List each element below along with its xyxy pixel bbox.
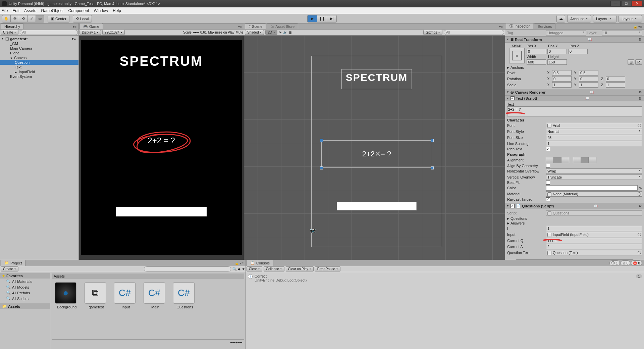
align-geometry-checkbox[interactable] xyxy=(546,164,550,168)
panel-menu-icon[interactable]: ▾≡ xyxy=(236,24,244,29)
hierarchy-tab[interactable]: Hierarchy xyxy=(1,23,24,29)
asset-store-tab[interactable]: 🛍 Asset Store xyxy=(267,23,298,29)
help-icon[interactable]: 📖 xyxy=(584,97,590,100)
collapse-toggle[interactable]: Collapse xyxy=(264,266,284,271)
services-tab[interactable]: Services xyxy=(534,23,555,29)
scene-search-input[interactable] xyxy=(444,30,504,35)
thumbnail-size-slider[interactable]: ━━●━━ xyxy=(230,340,242,345)
rotate-tool-button[interactable]: ⟲ xyxy=(19,15,28,22)
color-swatch[interactable] xyxy=(546,185,638,191)
rot-y-input[interactable] xyxy=(579,76,598,82)
raw-button[interactable]: R xyxy=(635,59,642,65)
questions-script-header[interactable]: ▼ ✓ 📄 Questions (Script) 📖 ⚙ xyxy=(505,203,644,209)
filter-label-icon[interactable]: ★ xyxy=(242,267,245,271)
console-log-row[interactable]: i Correct UnityEngine.Debug:Log(Object) … xyxy=(247,273,643,283)
help-icon[interactable]: 📖 xyxy=(593,204,599,208)
hierarchy-item-text[interactable]: Text xyxy=(0,65,78,69)
questions-array-foldout[interactable]: Quesitons xyxy=(511,216,548,220)
font-size-input[interactable] xyxy=(546,135,642,140)
h-align-group[interactable] xyxy=(546,157,569,163)
lighting-icon[interactable]: ☀ xyxy=(279,31,282,34)
text-script-header[interactable]: ▼ ✓ Text (Script) 📖 ⚙ xyxy=(505,95,644,101)
clear-on-play-toggle[interactable]: Clear on Play xyxy=(286,266,314,271)
display-dropdown[interactable]: Display 1 xyxy=(79,30,101,35)
menu-component[interactable]: Component xyxy=(68,8,89,13)
error-count-badge[interactable]: ⛔ 0 xyxy=(631,260,642,266)
currenta-input[interactable] xyxy=(546,244,642,249)
scene-menu-icon[interactable]: ▾≡ xyxy=(72,37,78,41)
height-input[interactable] xyxy=(547,59,567,65)
asset-questions[interactable]: C#Questions xyxy=(173,282,197,309)
rich-text-checkbox[interactable]: ✓ xyxy=(546,147,550,151)
i-input[interactable] xyxy=(546,226,642,231)
questions-enable-checkbox[interactable]: ✓ xyxy=(511,204,515,208)
asset-main[interactable]: C#Main xyxy=(144,282,167,309)
panel-menu-icon[interactable]: 🔒 ▾≡ xyxy=(233,261,246,266)
cloud-button[interactable]: ☁ xyxy=(556,15,565,22)
scene-tab[interactable]: # Scene xyxy=(245,23,266,29)
anchor-preset-button[interactable] xyxy=(509,48,525,63)
help-icon[interactable]: 📖 xyxy=(589,90,595,94)
tag-dropdown[interactable]: Untagged xyxy=(546,30,586,36)
pivot-center-toggle[interactable]: ▣ Center xyxy=(48,15,69,22)
gizmos-dropdown[interactable]: Gizmos xyxy=(423,30,442,35)
pivot-y-input[interactable] xyxy=(579,70,598,76)
mute-audio[interactable]: Mute xyxy=(236,31,243,34)
font-style-dropdown[interactable]: Normal xyxy=(546,129,642,134)
gear-icon[interactable]: ⚙ xyxy=(638,90,643,94)
minimize-button[interactable]: — xyxy=(610,1,621,6)
rect-transform-header[interactable]: ▼⊞ Rect Transform 📖 ⚙ xyxy=(505,36,644,43)
project-tab[interactable]: 📁 Project xyxy=(1,260,25,266)
anchors-foldout[interactable]: Anchors xyxy=(511,65,544,69)
step-button[interactable]: ▶| xyxy=(327,15,337,22)
fav-scripts[interactable]: 🔍 All Scripts xyxy=(0,296,50,301)
rot-x-input[interactable] xyxy=(552,76,572,82)
rect-tool-button[interactable]: ▭ xyxy=(36,15,44,22)
info-count-badge[interactable]: ⓘ 1 xyxy=(609,260,620,266)
hierarchy-item-inputfield[interactable]: InputField xyxy=(0,69,78,74)
audio-icon[interactable]: 🔊 xyxy=(283,31,287,34)
best-fit-checkbox[interactable] xyxy=(546,181,550,185)
hierarchy-item-plane[interactable]: Plane xyxy=(0,51,78,55)
material-field[interactable]: None (Material) xyxy=(546,191,642,197)
error-pause-toggle[interactable]: Error Pause xyxy=(315,266,340,271)
posy-input[interactable] xyxy=(547,49,567,54)
currentq-input[interactable] xyxy=(546,238,642,243)
width-input[interactable] xyxy=(527,59,546,65)
maximize-on-play[interactable]: Maximize on Play xyxy=(208,31,234,34)
fav-materials[interactable]: 🔍 All Materials xyxy=(0,279,50,284)
hierarchy-item-eventsystem[interactable]: EventSystem xyxy=(0,74,78,79)
help-icon[interactable]: 📖 xyxy=(587,38,593,41)
asset-input[interactable]: C#Input xyxy=(114,282,138,309)
clear-button[interactable]: Clear xyxy=(247,266,262,271)
layer-dropdown[interactable]: UI xyxy=(602,30,642,36)
game-tab[interactable]: 🎮 Game xyxy=(79,23,103,29)
h-overflow-dropdown[interactable]: Wrap xyxy=(546,168,642,174)
resolution-dropdown[interactable]: 720x1024 xyxy=(102,30,125,35)
project-search-input[interactable] xyxy=(144,266,231,271)
posz-input[interactable] xyxy=(568,49,588,54)
fav-prefabs[interactable]: 🔍 All Prefabs xyxy=(0,290,50,296)
play-button[interactable]: ▶ xyxy=(307,15,317,22)
scene-view[interactable]: SPECTRUM 2+2✕= ? 📷 xyxy=(244,36,505,260)
2d-toggle[interactable]: 2D xyxy=(265,30,277,35)
fav-models[interactable]: 🔍 All Models xyxy=(0,284,50,290)
filter-type-icon[interactable]: ◆ xyxy=(238,267,240,271)
eyedropper-icon[interactable]: ✎ xyxy=(639,186,642,190)
local-global-toggle[interactable]: ⟲ Local xyxy=(73,15,92,22)
v-align-group[interactable] xyxy=(573,157,596,163)
asset-background[interactable]: ●Background xyxy=(55,282,78,309)
gear-icon[interactable]: ⚙ xyxy=(638,38,643,41)
close-button[interactable]: ✕ xyxy=(632,1,642,6)
search-filter-icon[interactable]: 🔍 xyxy=(232,267,236,271)
rot-z-input[interactable] xyxy=(606,76,625,82)
panel-menu-icon[interactable]: ▾≡ xyxy=(71,24,78,29)
v-overflow-dropdown[interactable]: Truncate xyxy=(546,174,642,180)
assets-folder[interactable]: 📁 Assets xyxy=(0,303,50,309)
menu-gameobject[interactable]: GameObject xyxy=(41,8,63,13)
scale-tool-button[interactable]: ⤢ xyxy=(27,15,36,22)
console-tab[interactable]: 📋 Console xyxy=(247,260,273,266)
panel-menu-icon[interactable]: ▾≡ xyxy=(497,24,505,29)
account-dropdown[interactable]: Account xyxy=(567,15,591,22)
text-enable-checkbox[interactable]: ✓ xyxy=(511,96,515,100)
